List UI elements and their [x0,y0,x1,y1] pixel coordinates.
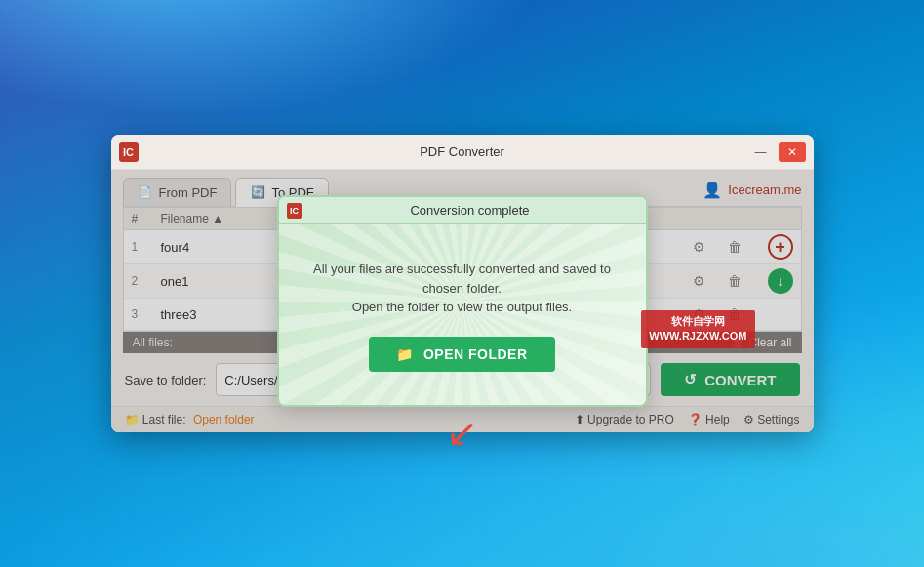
app-icon: IC [119,142,139,162]
folder-open-icon: 📁 [396,346,414,362]
modal-title: Conversion complete [302,203,638,218]
app-window: IC PDF Converter — ✕ 📄 From PDF 🔄 To PDF… [111,135,814,432]
watermark-line2: WWW.RJZXW.COM [649,329,746,344]
minimize-button[interactable]: — [747,142,775,162]
modal-app-icon: IC [287,203,302,219]
watermark-line1: 软件自学网 [649,314,746,329]
modal-body: All your files are successfully converte… [310,250,615,382]
open-folder-button[interactable]: 📁 OPEN FOLDER [369,337,554,372]
conversion-complete-modal: IC Conversion complete All your files ar… [277,195,648,407]
modal-overlay: IC Conversion complete All your files ar… [111,170,814,432]
title-bar-left: IC [119,142,139,162]
title-controls: — ✕ [747,142,806,162]
open-folder-label: OPEN FOLDER [423,346,528,362]
watermark: 软件自学网 WWW.RJZXW.COM [641,310,754,348]
title-bar: IC PDF Converter — ✕ [111,135,814,170]
modal-message: All your files are successfully converte… [310,260,615,317]
modal-arrow: ↙ [446,413,479,452]
close-button[interactable]: ✕ [779,142,806,162]
window-title: PDF Converter [420,144,504,159]
modal-title-bar: IC Conversion complete [279,197,646,224]
